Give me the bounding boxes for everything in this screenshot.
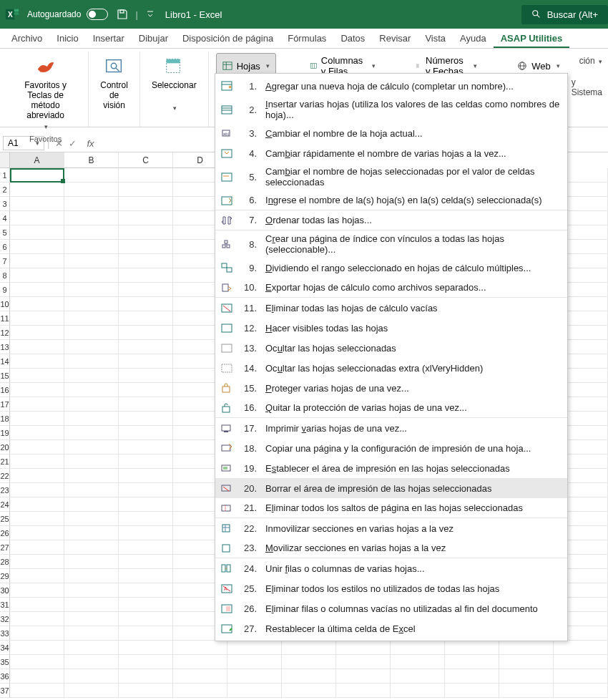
cell[interactable] <box>227 641 282 655</box>
cell[interactable] <box>10 454 64 469</box>
cell[interactable] <box>119 168 173 183</box>
cell[interactable] <box>445 669 499 684</box>
row-header[interactable]: 25 <box>0 512 10 526</box>
menu-item-24[interactable]: 24.Unir filas o columnas de varias hojas… <box>215 558 567 578</box>
cell[interactable] <box>10 369 64 383</box>
cell[interactable] <box>10 197 64 211</box>
cell[interactable] <box>10 412 64 426</box>
select-button[interactable]: Seleccionar▾ <box>147 53 201 116</box>
cell[interactable] <box>64 669 119 684</box>
cell[interactable] <box>10 225 64 240</box>
cell[interactable] <box>10 340 64 354</box>
cell[interactable] <box>64 412 119 426</box>
row-header[interactable]: 21 <box>0 454 10 469</box>
cell[interactable] <box>10 168 64 183</box>
cell[interactable] <box>10 440 64 454</box>
cell[interactable] <box>227 684 282 698</box>
cell[interactable] <box>64 598 119 612</box>
cell[interactable] <box>10 669 64 684</box>
row-header[interactable]: 34 <box>0 641 10 655</box>
row-header[interactable]: 9 <box>0 283 10 297</box>
cell[interactable] <box>173 641 227 655</box>
cell[interactable] <box>64 583 119 598</box>
ribbon-tab-revisar[interactable]: Revisar <box>372 29 418 48</box>
row-header[interactable]: 27 <box>0 540 10 555</box>
row-header[interactable]: 2 <box>0 183 10 197</box>
cell[interactable] <box>64 526 119 540</box>
row-header[interactable]: 33 <box>0 626 10 641</box>
row-header[interactable]: 7 <box>0 254 10 268</box>
cell[interactable] <box>64 454 119 469</box>
menu-item-10[interactable]: 10.Exportar hojas de cálculo como archiv… <box>215 278 567 298</box>
row-header[interactable]: 22 <box>0 469 10 483</box>
cell[interactable] <box>554 655 608 669</box>
cell[interactable] <box>119 354 173 369</box>
menu-item-15[interactable]: 15.Proteger varias hojas de una vez... <box>215 378 567 398</box>
menu-item-6[interactable]: 6.Ingrese el nombre de la(s) hoja(s) en … <box>215 190 567 210</box>
menu-item-3[interactable]: ab|3.Cambiar el nombre de la hoja actual… <box>215 123 567 143</box>
cell[interactable] <box>173 669 227 684</box>
ribbon-tab-fórmulas[interactable]: Fórmulas <box>280 29 333 48</box>
cell[interactable] <box>10 612 64 626</box>
cell[interactable] <box>64 340 119 354</box>
row-header[interactable]: 8 <box>0 268 10 283</box>
menu-item-23[interactable]: 23.Movilizar secciones en varias hojas a… <box>215 538 567 558</box>
cell[interactable] <box>64 240 119 254</box>
menu-item-21[interactable]: 21.Eliminar todos los saltos de página e… <box>215 498 567 518</box>
cell[interactable] <box>64 197 119 211</box>
menu-item-1[interactable]: 1.Agregar una nueva hoja de cálculo (com… <box>215 76 567 96</box>
cell[interactable] <box>119 612 173 626</box>
cell[interactable] <box>119 583 173 598</box>
menu-item-9[interactable]: 9.Dividiendo el rango seleccionado en ho… <box>215 258 567 278</box>
cell[interactable] <box>119 225 173 240</box>
autosave-toggle[interactable]: Autoguardado <box>27 9 108 20</box>
cell[interactable] <box>64 211 119 225</box>
menu-item-4[interactable]: 4.Cambiar rápidamente el nombre de varia… <box>215 143 567 163</box>
cell[interactable] <box>119 555 173 569</box>
cell[interactable] <box>10 569 64 583</box>
cell[interactable] <box>119 540 173 555</box>
cell[interactable] <box>119 412 173 426</box>
cell[interactable] <box>10 598 64 612</box>
cell[interactable] <box>391 641 445 655</box>
cell[interactable] <box>119 254 173 268</box>
cell[interactable] <box>119 569 173 583</box>
cell[interactable] <box>227 669 282 684</box>
enter-formula-icon[interactable]: ✓ <box>69 138 77 149</box>
menu-item-25[interactable]: A25.Eliminar todos los estilos no utiliz… <box>215 578 567 598</box>
cell[interactable] <box>391 684 445 698</box>
col-header[interactable]: C <box>119 152 173 168</box>
ribbon-tab-archivo[interactable]: Archivo <box>4 29 49 48</box>
cell[interactable] <box>10 641 64 655</box>
ribbon-tab-datos[interactable]: Datos <box>333 29 372 48</box>
cell[interactable] <box>10 326 64 340</box>
cell[interactable] <box>10 555 64 569</box>
vision-control-button[interactable]: Control de visión <box>96 53 132 113</box>
cell[interactable] <box>64 483 119 497</box>
cell[interactable] <box>499 655 554 669</box>
cell[interactable] <box>173 655 227 669</box>
cell[interactable] <box>64 311 119 326</box>
row-header[interactable]: 12 <box>0 326 10 340</box>
ribbon-tab-inicio[interactable]: Inicio <box>49 29 85 48</box>
cell[interactable] <box>119 684 173 698</box>
cell[interactable] <box>64 512 119 526</box>
cell[interactable] <box>119 297 173 311</box>
cell[interactable] <box>499 684 554 698</box>
cell[interactable] <box>64 283 119 297</box>
row-header[interactable]: 23 <box>0 483 10 497</box>
cell[interactable] <box>10 626 64 641</box>
row-header[interactable]: 24 <box>0 497 10 512</box>
row-header[interactable]: 29 <box>0 569 10 583</box>
cell[interactable] <box>336 641 391 655</box>
cell[interactable] <box>64 326 119 340</box>
cell[interactable] <box>119 326 173 340</box>
cell[interactable] <box>119 626 173 641</box>
cell[interactable] <box>10 311 64 326</box>
cell[interactable] <box>119 440 173 454</box>
cell[interactable] <box>119 240 173 254</box>
ribbon-tab-vista[interactable]: Vista <box>418 29 453 48</box>
cell[interactable] <box>554 684 608 698</box>
ribbon-tab-ayuda[interactable]: Ayuda <box>453 29 494 48</box>
row-header[interactable]: 4 <box>0 211 10 225</box>
